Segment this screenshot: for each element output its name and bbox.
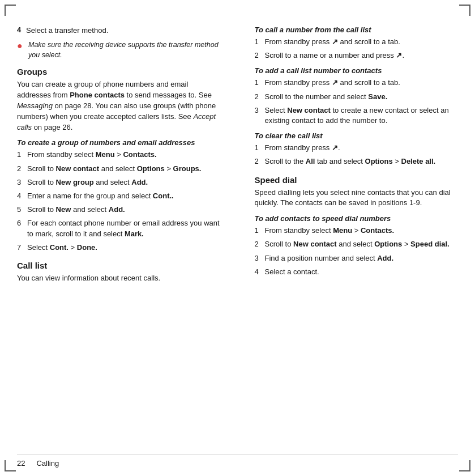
corner-mark-bottom-right (459, 460, 470, 471)
step-number: 2 (255, 156, 265, 167)
step-number: 4 (17, 191, 27, 201)
step-text: Select New contact to create a new conta… (265, 105, 459, 126)
add-call-list-heading: To add a call list number to contacts (255, 66, 459, 75)
step-text: Scroll to New contact and select Options… (27, 164, 201, 174)
list-item: 1 From standby press ↗ and scroll to a t… (255, 78, 459, 88)
step-number: 2 (17, 164, 27, 174)
step-number: 2 (255, 92, 265, 102)
step-number: 2 (255, 50, 265, 61)
call-list-body: You can view information about recent ca… (17, 273, 221, 284)
step-text: Scroll to New and select Add. (27, 205, 125, 215)
step-text: Select a contact. (265, 267, 319, 277)
list-item: 2 Scroll to New contact and select Optio… (255, 239, 459, 249)
step-number: 1 (255, 37, 265, 47)
list-item: 1 From standby select Menu > Contacts. (17, 150, 221, 160)
groups-body: You can create a group of phone numbers … (17, 79, 221, 133)
step-text: Scroll to New contact and select Options… (265, 239, 450, 249)
call-number-heading: To call a number from the call list (255, 26, 459, 34)
note-text: Make sure the receiving device supports … (28, 40, 221, 60)
corner-mark-top-left (5, 5, 16, 16)
footer: 22 Calling (17, 454, 458, 468)
step-text: Scroll to the All tab and select Options… (265, 156, 436, 167)
step-text: From standby press ↗ and scroll to a tab… (265, 78, 400, 88)
list-item: 1 From standby select Menu > Contacts. (255, 226, 459, 236)
speed-dial-body: Speed dialling lets you select nine cont… (255, 188, 459, 209)
step-number: 1 (17, 150, 27, 160)
step-number: 2 (255, 239, 265, 249)
page-container: 4 Select a transfer method. ● Make sure … (0, 0, 475, 476)
list-item: 1 From standby press ↗. (255, 143, 459, 153)
step-text: Scroll to the number and select Save. (265, 92, 388, 102)
step-number: 5 (17, 205, 27, 215)
list-item: 4 Enter a name for the group and select … (17, 191, 221, 201)
step-text: From standby press ↗. (265, 143, 340, 153)
step-text: Select Cont. > Done. (27, 243, 97, 253)
list-item: 3 Find a position number and select Add. (255, 253, 459, 264)
list-item: 2 Scroll to a name or a number and press… (255, 50, 459, 61)
step-4-number: 4 (17, 26, 26, 36)
step-text: For each contact phone number or email a… (27, 218, 221, 239)
step-number: 3 (17, 177, 27, 188)
step-number: 4 (255, 267, 265, 277)
speed-dial-heading: Speed dial (255, 175, 459, 185)
corner-mark-bottom-left (5, 460, 16, 471)
speed-dial-subsection-heading: To add contacts to speed dial numbers (255, 214, 459, 223)
footer-section-label: Calling (36, 459, 59, 468)
step-text: Scroll to a name or a number and press ↗… (265, 50, 405, 61)
step-text: Enter a name for the group and select Co… (27, 191, 174, 201)
step-number: 3 (255, 253, 265, 264)
list-item: 3 Select New contact to create a new con… (255, 105, 459, 126)
note-icon: ● (17, 40, 26, 52)
step-text: Find a position number and select Add. (265, 253, 394, 264)
step-number: 3 (255, 105, 265, 126)
clear-call-list-heading: To clear the call list (255, 131, 459, 140)
step-number: 1 (255, 78, 265, 88)
footer-page-number: 22 (17, 459, 25, 468)
create-group-heading: To create a group of numbers and email a… (17, 138, 221, 147)
list-item: 7 Select Cont. > Done. (17, 243, 221, 253)
groups-heading: Groups (17, 67, 221, 76)
corner-mark-top-right (459, 5, 470, 16)
step-number: 1 (255, 143, 265, 153)
step-4-text: Select a transfer method. (26, 26, 108, 36)
left-column: 4 Select a transfer method. ● Make sure … (17, 26, 229, 453)
list-item: 4 Select a contact. (255, 267, 459, 277)
list-item: 2 Scroll to the number and select Save. (255, 92, 459, 102)
step-text: From standby press ↗ and scroll to a tab… (265, 37, 400, 47)
right-column: To call a number from the call list 1 Fr… (246, 26, 459, 453)
note-block: ● Make sure the receiving device support… (17, 40, 221, 60)
list-item: 2 Scroll to the All tab and select Optio… (255, 156, 459, 167)
step-number: 7 (17, 243, 27, 253)
step-text: From standby select Menu > Contacts. (265, 226, 395, 236)
list-item: 1 From standby press ↗ and scroll to a t… (255, 37, 459, 47)
list-item: 2 Scroll to New contact and select Optio… (17, 164, 221, 174)
list-item: 6 For each contact phone number or email… (17, 218, 221, 239)
content-area: 4 Select a transfer method. ● Make sure … (17, 26, 458, 453)
list-item: 3 Scroll to New group and select Add. (17, 177, 221, 188)
step-4: 4 Select a transfer method. (17, 26, 221, 36)
list-item: 5 Scroll to New and select Add. (17, 205, 221, 215)
step-number: 6 (17, 218, 27, 239)
step-text: Scroll to New group and select Add. (27, 177, 148, 188)
call-list-heading: Call list (17, 261, 221, 270)
step-text: From standby select Menu > Contacts. (27, 150, 157, 160)
step-number: 1 (255, 226, 265, 236)
